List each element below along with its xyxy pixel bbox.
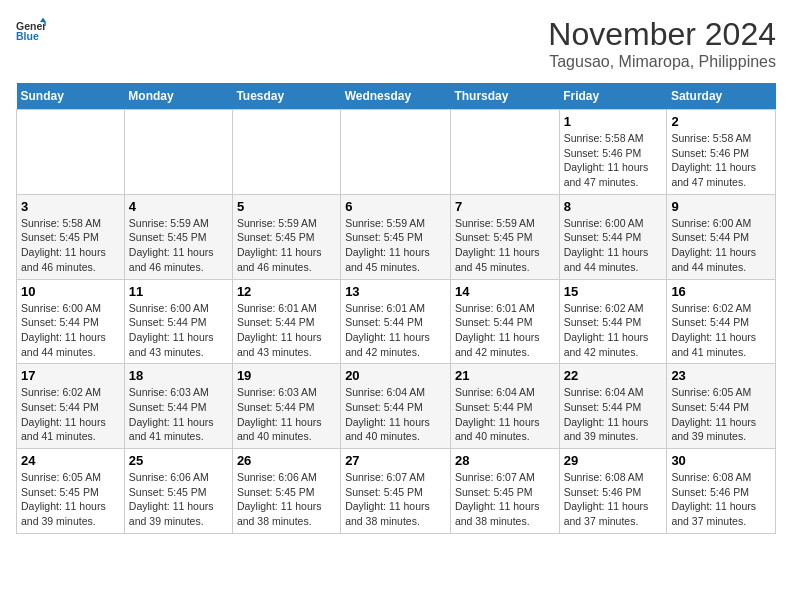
day-number: 12 <box>237 284 336 299</box>
day-number: 18 <box>129 368 228 383</box>
day-number: 4 <box>129 199 228 214</box>
day-info: Sunrise: 6:04 AMSunset: 5:44 PMDaylight:… <box>345 385 446 444</box>
day-info: Sunrise: 6:08 AMSunset: 5:46 PMDaylight:… <box>671 470 771 529</box>
calendar-cell: 29 Sunrise: 6:08 AMSunset: 5:46 PMDaylig… <box>559 449 667 534</box>
day-number: 2 <box>671 114 771 129</box>
day-number: 10 <box>21 284 120 299</box>
logo: General Blue <box>16 16 46 46</box>
day-number: 15 <box>564 284 663 299</box>
calendar-cell: 14 Sunrise: 6:01 AMSunset: 5:44 PMDaylig… <box>450 279 559 364</box>
title-section: November 2024 Tagusao, Mimaropa, Philipp… <box>548 16 776 71</box>
week-row-4: 17 Sunrise: 6:02 AMSunset: 5:44 PMDaylig… <box>17 364 776 449</box>
header-day-thursday: Thursday <box>450 83 559 110</box>
day-number: 20 <box>345 368 446 383</box>
week-row-2: 3 Sunrise: 5:58 AMSunset: 5:45 PMDayligh… <box>17 194 776 279</box>
calendar-cell: 9 Sunrise: 6:00 AMSunset: 5:44 PMDayligh… <box>667 194 776 279</box>
calendar-cell: 22 Sunrise: 6:04 AMSunset: 5:44 PMDaylig… <box>559 364 667 449</box>
calendar-cell: 13 Sunrise: 6:01 AMSunset: 5:44 PMDaylig… <box>341 279 451 364</box>
day-info: Sunrise: 6:07 AMSunset: 5:45 PMDaylight:… <box>345 470 446 529</box>
day-info: Sunrise: 6:06 AMSunset: 5:45 PMDaylight:… <box>129 470 228 529</box>
day-info: Sunrise: 5:58 AMSunset: 5:46 PMDaylight:… <box>671 131 771 190</box>
header-day-monday: Monday <box>124 83 232 110</box>
calendar-cell: 15 Sunrise: 6:02 AMSunset: 5:44 PMDaylig… <box>559 279 667 364</box>
day-number: 26 <box>237 453 336 468</box>
calendar-cell: 21 Sunrise: 6:04 AMSunset: 5:44 PMDaylig… <box>450 364 559 449</box>
calendar-cell: 18 Sunrise: 6:03 AMSunset: 5:44 PMDaylig… <box>124 364 232 449</box>
header-day-sunday: Sunday <box>17 83 125 110</box>
day-number: 6 <box>345 199 446 214</box>
svg-text:Blue: Blue <box>16 30 39 42</box>
calendar-cell: 27 Sunrise: 6:07 AMSunset: 5:45 PMDaylig… <box>341 449 451 534</box>
calendar-cell: 6 Sunrise: 5:59 AMSunset: 5:45 PMDayligh… <box>341 194 451 279</box>
day-number: 8 <box>564 199 663 214</box>
day-info: Sunrise: 5:58 AMSunset: 5:46 PMDaylight:… <box>564 131 663 190</box>
calendar-cell: 8 Sunrise: 6:00 AMSunset: 5:44 PMDayligh… <box>559 194 667 279</box>
calendar-cell <box>341 110 451 195</box>
day-number: 17 <box>21 368 120 383</box>
calendar-cell: 10 Sunrise: 6:00 AMSunset: 5:44 PMDaylig… <box>17 279 125 364</box>
calendar-cell: 17 Sunrise: 6:02 AMSunset: 5:44 PMDaylig… <box>17 364 125 449</box>
day-info: Sunrise: 6:01 AMSunset: 5:44 PMDaylight:… <box>345 301 446 360</box>
day-number: 23 <box>671 368 771 383</box>
calendar-cell <box>450 110 559 195</box>
day-number: 16 <box>671 284 771 299</box>
day-info: Sunrise: 6:00 AMSunset: 5:44 PMDaylight:… <box>21 301 120 360</box>
day-info: Sunrise: 6:07 AMSunset: 5:45 PMDaylight:… <box>455 470 555 529</box>
day-info: Sunrise: 6:04 AMSunset: 5:44 PMDaylight:… <box>455 385 555 444</box>
week-row-3: 10 Sunrise: 6:00 AMSunset: 5:44 PMDaylig… <box>17 279 776 364</box>
day-number: 21 <box>455 368 555 383</box>
calendar-cell: 30 Sunrise: 6:08 AMSunset: 5:46 PMDaylig… <box>667 449 776 534</box>
day-info: Sunrise: 5:58 AMSunset: 5:45 PMDaylight:… <box>21 216 120 275</box>
calendar-cell: 20 Sunrise: 6:04 AMSunset: 5:44 PMDaylig… <box>341 364 451 449</box>
header-row: SundayMondayTuesdayWednesdayThursdayFrid… <box>17 83 776 110</box>
calendar-header: SundayMondayTuesdayWednesdayThursdayFrid… <box>17 83 776 110</box>
day-info: Sunrise: 5:59 AMSunset: 5:45 PMDaylight:… <box>237 216 336 275</box>
day-info: Sunrise: 6:01 AMSunset: 5:44 PMDaylight:… <box>237 301 336 360</box>
calendar-table: SundayMondayTuesdayWednesdayThursdayFrid… <box>16 83 776 534</box>
calendar-cell: 28 Sunrise: 6:07 AMSunset: 5:45 PMDaylig… <box>450 449 559 534</box>
calendar-cell: 7 Sunrise: 5:59 AMSunset: 5:45 PMDayligh… <box>450 194 559 279</box>
day-number: 30 <box>671 453 771 468</box>
day-number: 7 <box>455 199 555 214</box>
day-number: 9 <box>671 199 771 214</box>
day-info: Sunrise: 6:01 AMSunset: 5:44 PMDaylight:… <box>455 301 555 360</box>
week-row-5: 24 Sunrise: 6:05 AMSunset: 5:45 PMDaylig… <box>17 449 776 534</box>
day-number: 19 <box>237 368 336 383</box>
day-number: 22 <box>564 368 663 383</box>
logo-icon: General Blue <box>16 16 46 46</box>
day-info: Sunrise: 6:02 AMSunset: 5:44 PMDaylight:… <box>564 301 663 360</box>
day-info: Sunrise: 5:59 AMSunset: 5:45 PMDaylight:… <box>129 216 228 275</box>
calendar-cell: 16 Sunrise: 6:02 AMSunset: 5:44 PMDaylig… <box>667 279 776 364</box>
calendar-cell: 3 Sunrise: 5:58 AMSunset: 5:45 PMDayligh… <box>17 194 125 279</box>
week-row-1: 1 Sunrise: 5:58 AMSunset: 5:46 PMDayligh… <box>17 110 776 195</box>
day-info: Sunrise: 6:02 AMSunset: 5:44 PMDaylight:… <box>671 301 771 360</box>
month-title: November 2024 <box>548 16 776 53</box>
calendar-cell: 24 Sunrise: 6:05 AMSunset: 5:45 PMDaylig… <box>17 449 125 534</box>
day-info: Sunrise: 6:08 AMSunset: 5:46 PMDaylight:… <box>564 470 663 529</box>
calendar-cell: 19 Sunrise: 6:03 AMSunset: 5:44 PMDaylig… <box>232 364 340 449</box>
day-info: Sunrise: 6:00 AMSunset: 5:44 PMDaylight:… <box>671 216 771 275</box>
day-info: Sunrise: 6:05 AMSunset: 5:44 PMDaylight:… <box>671 385 771 444</box>
day-number: 14 <box>455 284 555 299</box>
location-title: Tagusao, Mimaropa, Philippines <box>548 53 776 71</box>
calendar-cell: 12 Sunrise: 6:01 AMSunset: 5:44 PMDaylig… <box>232 279 340 364</box>
day-info: Sunrise: 6:00 AMSunset: 5:44 PMDaylight:… <box>129 301 228 360</box>
calendar-cell: 1 Sunrise: 5:58 AMSunset: 5:46 PMDayligh… <box>559 110 667 195</box>
calendar-cell: 2 Sunrise: 5:58 AMSunset: 5:46 PMDayligh… <box>667 110 776 195</box>
day-number: 24 <box>21 453 120 468</box>
day-info: Sunrise: 6:06 AMSunset: 5:45 PMDaylight:… <box>237 470 336 529</box>
day-info: Sunrise: 6:04 AMSunset: 5:44 PMDaylight:… <box>564 385 663 444</box>
calendar-cell: 23 Sunrise: 6:05 AMSunset: 5:44 PMDaylig… <box>667 364 776 449</box>
day-info: Sunrise: 6:02 AMSunset: 5:44 PMDaylight:… <box>21 385 120 444</box>
calendar-cell: 25 Sunrise: 6:06 AMSunset: 5:45 PMDaylig… <box>124 449 232 534</box>
header-day-tuesday: Tuesday <box>232 83 340 110</box>
day-number: 27 <box>345 453 446 468</box>
day-info: Sunrise: 6:00 AMSunset: 5:44 PMDaylight:… <box>564 216 663 275</box>
day-info: Sunrise: 6:05 AMSunset: 5:45 PMDaylight:… <box>21 470 120 529</box>
day-info: Sunrise: 6:03 AMSunset: 5:44 PMDaylight:… <box>129 385 228 444</box>
calendar-cell <box>17 110 125 195</box>
header-day-wednesday: Wednesday <box>341 83 451 110</box>
calendar-cell: 11 Sunrise: 6:00 AMSunset: 5:44 PMDaylig… <box>124 279 232 364</box>
day-number: 13 <box>345 284 446 299</box>
calendar-cell: 26 Sunrise: 6:06 AMSunset: 5:45 PMDaylig… <box>232 449 340 534</box>
